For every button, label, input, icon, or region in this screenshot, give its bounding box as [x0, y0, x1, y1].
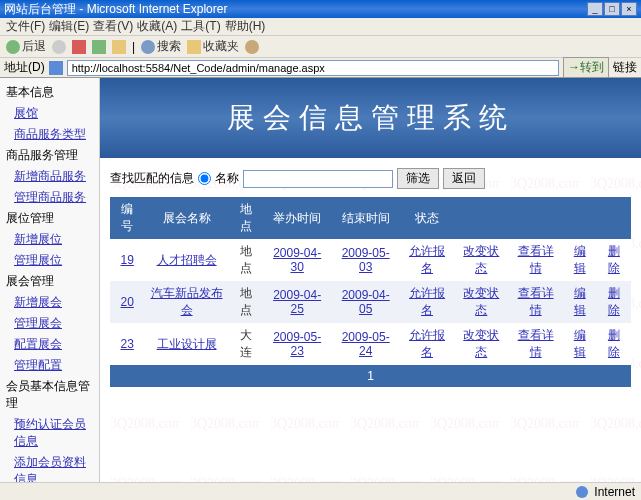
status-bar: Internet — [0, 482, 641, 500]
search-radio-label: 名称 — [215, 170, 239, 187]
return-button[interactable]: 返回 — [443, 168, 485, 189]
refresh-icon — [92, 40, 106, 54]
sidebar-item[interactable]: 商品服务类型 — [2, 124, 97, 145]
cell-link[interactable]: 2009-04-30 — [273, 246, 321, 274]
sidebar-item[interactable]: 新增商品服务 — [2, 166, 97, 187]
signup-link[interactable]: 允许报名 — [409, 244, 445, 275]
search-icon — [141, 40, 155, 54]
del-link[interactable]: 删除 — [608, 328, 620, 359]
window-title: 网站后台管理 - Microsoft Internet Explorer — [4, 1, 227, 18]
del-link[interactable]: 删除 — [608, 286, 620, 317]
titlebar: 网站后台管理 - Microsoft Internet Explorer _ □… — [0, 0, 641, 18]
cell-link[interactable]: 19 — [120, 253, 133, 267]
cell-link[interactable]: 2009-04-05 — [342, 288, 390, 316]
sidebar-item[interactable]: 展馆 — [2, 103, 97, 124]
favorites-button[interactable]: 收藏夹 — [187, 38, 239, 55]
history-button[interactable] — [245, 40, 259, 54]
change-link[interactable]: 改变状态 — [463, 286, 499, 317]
column-header — [508, 197, 562, 239]
search-radio-name[interactable] — [198, 172, 211, 185]
menu-edit[interactable]: 编辑(E) — [49, 18, 89, 35]
detail-link[interactable]: 查看详情 — [518, 328, 554, 359]
sidebar-item[interactable]: 添加会员资料信息 — [2, 452, 97, 482]
workspace: 查找匹配的信息 名称 筛选 返回 编号展会名称地点举办时间结束时间状态 19人才… — [100, 158, 641, 482]
search-label: 查找匹配的信息 — [110, 170, 194, 187]
menu-favorites[interactable]: 收藏(A) — [137, 18, 177, 35]
sidebar-item[interactable]: 新增展位 — [2, 229, 97, 250]
back-button[interactable]: 后退 — [6, 38, 46, 55]
table-row: 20汽车新品发布会地点2009-04-252009-04-05允许报名改变状态查… — [110, 281, 631, 323]
column-header: 展会名称 — [144, 197, 229, 239]
column-header — [597, 197, 631, 239]
menu-file[interactable]: 文件(F) — [6, 18, 45, 35]
home-button[interactable] — [112, 40, 126, 54]
content-area: 展会信息管理系统 查找匹配的信息 名称 筛选 返回 编号展会名称地点举办时间结束… — [100, 78, 641, 482]
change-link[interactable]: 改变状态 — [463, 328, 499, 359]
sidebar-item[interactable]: 预约认证会员信息 — [2, 414, 97, 452]
column-header: 举办时间 — [263, 197, 332, 239]
column-header: 编号 — [110, 197, 144, 239]
page-banner: 展会信息管理系统 — [100, 78, 641, 158]
sidebar-item[interactable]: 新增展会 — [2, 292, 97, 313]
change-link[interactable]: 改变状态 — [463, 244, 499, 275]
sidebar-section[interactable]: 会员基本信息管理 — [2, 376, 97, 414]
edit-link[interactable]: 编辑 — [574, 244, 586, 275]
edit-link[interactable]: 编辑 — [574, 286, 586, 317]
cell-link[interactable]: 2009-05-23 — [273, 330, 321, 358]
signup-link[interactable]: 允许报名 — [409, 286, 445, 317]
column-header: 状态 — [400, 197, 454, 239]
forward-button[interactable] — [52, 40, 66, 54]
sidebar: 基本信息展馆商品服务类型商品服务管理新增商品服务管理商品服务展位管理新增展位管理… — [0, 78, 100, 482]
page-1-link[interactable]: 1 — [367, 369, 374, 383]
column-header — [563, 197, 597, 239]
sidebar-item[interactable]: 管理商品服务 — [2, 187, 97, 208]
filter-button[interactable]: 筛选 — [397, 168, 439, 189]
menu-view[interactable]: 查看(V) — [93, 18, 133, 35]
sidebar-item[interactable]: 管理配置 — [2, 355, 97, 376]
sidebar-item[interactable]: 配置展会 — [2, 334, 97, 355]
address-input[interactable] — [67, 60, 559, 76]
refresh-button[interactable] — [92, 40, 106, 54]
detail-link[interactable]: 查看详情 — [518, 244, 554, 275]
address-bar: 地址(D) →转到 链接 — [0, 58, 641, 78]
sidebar-section[interactable]: 展位管理 — [2, 208, 97, 229]
cell-link[interactable]: 20 — [120, 295, 133, 309]
menu-tools[interactable]: 工具(T) — [181, 18, 220, 35]
exhibition-table: 编号展会名称地点举办时间结束时间状态 19人才招聘会地点2009-04-3020… — [110, 197, 631, 365]
edit-link[interactable]: 编辑 — [574, 328, 586, 359]
sidebar-section[interactable]: 商品服务管理 — [2, 145, 97, 166]
cell-link[interactable]: 2009-04-25 — [273, 288, 321, 316]
sidebar-item[interactable]: 管理展位 — [2, 250, 97, 271]
window-controls: _ □ × — [587, 2, 637, 16]
home-icon — [112, 40, 126, 54]
clock-icon — [245, 40, 259, 54]
menu-help[interactable]: 帮助(H) — [225, 18, 266, 35]
close-button[interactable]: × — [621, 2, 637, 16]
minimize-button[interactable]: _ — [587, 2, 603, 16]
cell-link[interactable]: 23 — [120, 337, 133, 351]
del-link[interactable]: 删除 — [608, 244, 620, 275]
zone-label: Internet — [594, 485, 635, 499]
stop-icon — [72, 40, 86, 54]
go-button[interactable]: →转到 — [563, 57, 609, 78]
sidebar-section[interactable]: 基本信息 — [2, 82, 97, 103]
cell-link[interactable]: 2009-05-24 — [342, 330, 390, 358]
signup-link[interactable]: 允许报名 — [409, 328, 445, 359]
stop-button[interactable] — [72, 40, 86, 54]
globe-icon — [576, 486, 588, 498]
detail-link[interactable]: 查看详情 — [518, 286, 554, 317]
column-header: 地点 — [229, 197, 263, 239]
cell-link[interactable]: 2009-05-03 — [342, 246, 390, 274]
maximize-button[interactable]: □ — [604, 2, 620, 16]
cell-link[interactable]: 汽车新品发布会 — [151, 286, 223, 317]
toolbar: 后退 | 搜索 收藏夹 — [0, 36, 641, 58]
sidebar-section[interactable]: 展会管理 — [2, 271, 97, 292]
search-button[interactable]: 搜索 — [141, 38, 181, 55]
cell-link[interactable]: 人才招聘会 — [157, 253, 217, 267]
cell-link[interactable]: 工业设计展 — [157, 337, 217, 351]
column-header — [454, 197, 508, 239]
links-label[interactable]: 链接 — [613, 59, 637, 76]
pager: 1 — [110, 365, 631, 387]
search-input[interactable] — [243, 170, 393, 188]
sidebar-item[interactable]: 管理展会 — [2, 313, 97, 334]
